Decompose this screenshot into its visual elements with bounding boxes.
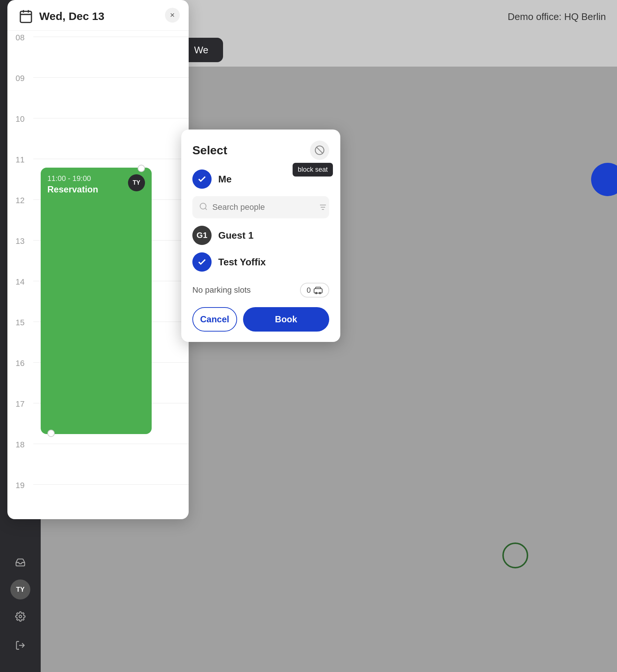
select-option-guest1[interactable]: G1 Guest 1 [192,226,329,245]
parking-section: No parking slots 0 [192,283,329,298]
user-avatar[interactable]: TY [10,579,30,599]
svg-rect-20 [20,11,31,23]
option-label-me: Me [218,174,232,185]
cancel-button[interactable]: Cancel [192,307,237,332]
hour-15: 15 [7,316,33,327]
parking-label: No parking slots [192,285,251,295]
calendar-panel: Wed, Dec 13 × 08 09 10 11 12 13 14 [7,0,189,519]
svg-point-18 [19,615,22,618]
svg-point-32 [316,292,317,294]
timeline-line-18 [33,444,189,444]
timeline-line-09 [33,77,189,78]
timeline-row-10: 10 [7,112,189,153]
filter-icon[interactable] [318,203,327,212]
select-title: Select [192,144,227,157]
reservation-avatar: TY [128,174,145,191]
parking-count: 0 [307,286,311,295]
timeline-line-08 [33,37,189,37]
hour-14: 14 [7,275,33,287]
select-modal: Select block seat Me [181,130,340,342]
hour-11: 11 [7,153,33,165]
timeline-line-11 [33,159,189,159]
hour-12: 12 [7,194,33,205]
svg-point-33 [319,292,321,294]
hour-10: 10 [7,112,33,124]
search-people-input[interactable] [212,202,314,212]
sidebar-item-inbox[interactable] [9,551,32,574]
search-container [192,196,329,218]
calendar-header: Wed, Dec 13 × [7,0,189,31]
timeline-line-10 [33,118,189,118]
svg-line-25 [317,147,323,153]
timeline-row-19: 19 [7,478,189,512]
guest1-avatar: G1 [192,226,212,245]
drag-handle-top[interactable] [138,165,145,172]
select-option-test-yoffix[interactable]: Test Yoffix [192,252,329,272]
option-label-guest1: Guest 1 [218,230,253,241]
reservation-block[interactable]: 11:00 - 19:00 Reservation TY [41,168,152,434]
block-seat-button[interactable]: block seat [310,141,329,160]
hour-18: 18 [7,438,33,450]
option-check-me [192,169,212,189]
drag-handle-bottom[interactable] [47,430,55,437]
svg-point-26 [200,203,206,209]
block-seat-tooltip: block seat [293,163,333,177]
office-label: Demo office: HQ Berlin [508,11,606,23]
timeline-row-09: 09 [7,71,189,112]
option-check-test-yoffix [192,252,212,272]
hour-13: 13 [7,234,33,246]
timeline-line-19 [33,484,189,485]
svg-line-27 [205,208,207,210]
action-buttons: Cancel Book [192,307,329,332]
sidebar-bottom: TY [9,551,32,665]
hour-09: 09 [7,71,33,83]
timeline: 08 09 10 11 12 13 14 15 [7,31,189,512]
calendar-close-button[interactable]: × [165,8,180,23]
hour-16: 16 [7,356,33,368]
blue-circle-indicator [591,163,617,196]
parking-badge: 0 [300,283,329,298]
search-icon [199,202,208,212]
book-button[interactable]: Book [243,307,329,332]
calendar-title: Wed, Dec 13 [39,10,104,23]
select-header: Select block seat [192,141,329,160]
hour-19: 19 [7,478,33,490]
map-pin [502,542,528,568]
sidebar-item-logout[interactable] [9,634,32,657]
sidebar-item-settings[interactable] [9,605,32,628]
timeline-row-18: 18 [7,438,189,478]
hour-08: 08 [7,31,33,43]
option-label-test-yoffix: Test Yoffix [218,256,266,268]
timeline-row-08: 08 [7,31,189,71]
calendar-icon [18,9,33,24]
svg-rect-31 [314,289,322,293]
hour-17: 17 [7,397,33,409]
